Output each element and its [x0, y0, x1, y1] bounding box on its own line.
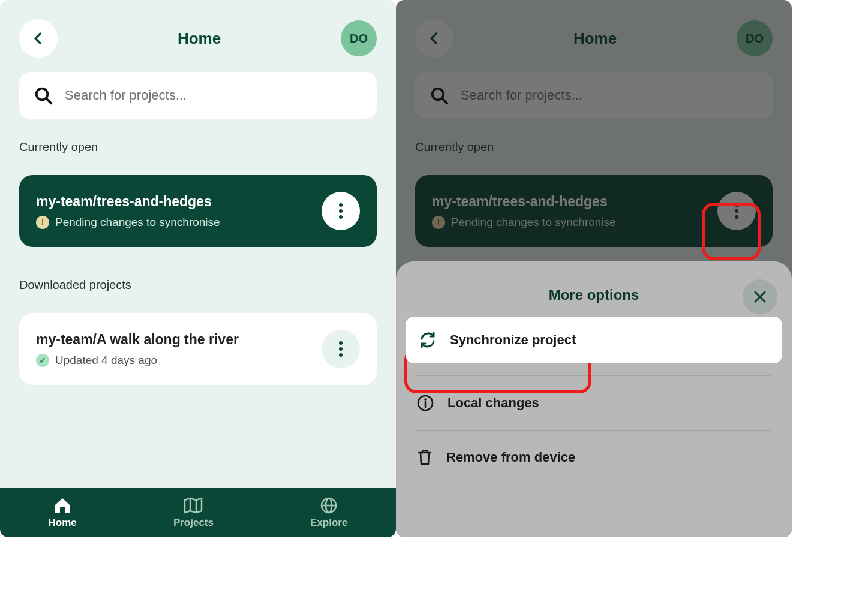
search-input[interactable]	[65, 88, 362, 103]
svg-line-1	[46, 98, 51, 103]
project-status-text: Updated 4 days ago	[55, 354, 157, 367]
sheet-item-label: Local changes	[447, 395, 539, 411]
project-status: ! Pending changes to synchronise	[36, 216, 220, 229]
project-status: ✓ Updated 4 days ago	[36, 354, 239, 367]
close-button[interactable]	[743, 279, 777, 314]
project-status-text: Pending changes to synchronise	[55, 216, 220, 229]
trash-icon	[416, 448, 433, 466]
home-icon	[53, 496, 72, 514]
sheet-item-sync[interactable]: Synchronize project	[406, 317, 782, 363]
project-title: my-team/A walk along the river	[36, 332, 239, 348]
search-icon	[34, 86, 53, 105]
globe-icon	[320, 496, 338, 514]
nav-explore[interactable]: Explore	[310, 496, 347, 529]
more-vertical-icon	[338, 341, 343, 357]
svg-point-6	[339, 347, 343, 351]
svg-point-5	[339, 341, 343, 345]
bottom-nav: Home Projects Explore	[0, 488, 396, 537]
nav-home-label: Home	[49, 517, 77, 529]
more-options-button[interactable]	[322, 330, 360, 368]
svg-point-2	[339, 203, 343, 207]
nav-projects[interactable]: Projects	[173, 496, 214, 529]
project-card-body: my-team/A walk along the river ✓ Updated…	[36, 332, 239, 367]
check-icon: ✓	[36, 354, 49, 367]
more-options-sheet: More options Synchronize project Local c…	[396, 261, 792, 537]
section-label-downloaded: Downloaded projects	[0, 267, 396, 298]
search-bar[interactable]	[19, 72, 377, 119]
svg-point-19	[424, 398, 427, 401]
sheet-item-local[interactable]: Local changes	[396, 376, 792, 430]
sheet-header: More options	[396, 276, 792, 317]
warning-icon: !	[36, 216, 49, 229]
svg-point-4	[339, 215, 343, 219]
chevron-left-icon	[31, 31, 46, 46]
project-card-body: my-team/trees-and-hedges ! Pending chang…	[36, 194, 220, 229]
back-button[interactable]	[19, 19, 58, 58]
divider	[19, 302, 377, 302]
divider	[19, 164, 377, 164]
more-vertical-icon	[338, 203, 343, 219]
sheet-item-label: Remove from device	[446, 450, 575, 465]
sheet-item-label: Synchronize project	[450, 332, 576, 348]
page-title: Home	[178, 29, 221, 48]
sheet-item-remove[interactable]: Remove from device	[396, 431, 792, 484]
sync-icon	[419, 331, 437, 349]
svg-point-3	[339, 209, 343, 213]
sheet-title: More options	[549, 287, 639, 303]
info-icon	[416, 394, 434, 412]
section-label-open: Currently open	[0, 130, 396, 160]
project-card-open[interactable]: my-team/trees-and-hedges ! Pending chang…	[19, 175, 377, 247]
project-title: my-team/trees-and-hedges	[36, 194, 220, 210]
svg-point-7	[339, 353, 343, 357]
app-screen-home: Home DO Currently open my-team/trees-and…	[0, 0, 396, 537]
nav-home[interactable]: Home	[49, 496, 77, 529]
nav-projects-label: Projects	[173, 517, 214, 529]
close-icon	[753, 290, 767, 304]
avatar[interactable]: DO	[341, 20, 377, 56]
project-card-downloaded[interactable]: my-team/A walk along the river ✓ Updated…	[19, 313, 377, 385]
more-options-button[interactable]	[322, 192, 360, 230]
app-header: Home DO	[0, 0, 396, 67]
app-screen-home-dimmed: Home DO Currently open my-team/trees-and…	[396, 0, 792, 537]
nav-explore-label: Explore	[310, 517, 347, 529]
map-icon	[183, 496, 203, 514]
